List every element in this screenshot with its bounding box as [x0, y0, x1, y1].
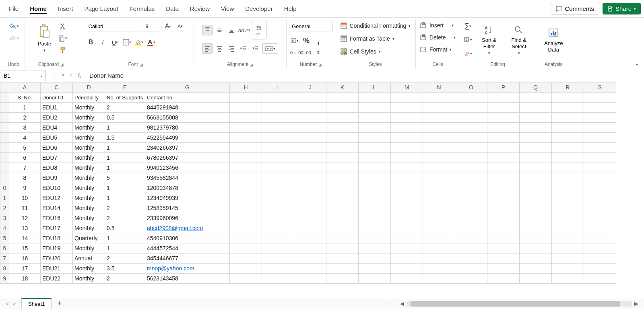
row-header[interactable]: 2 — [0, 203, 9, 213]
cell[interactable]: EDU19 — [41, 243, 73, 253]
cell[interactable]: 12 — [9, 213, 41, 223]
cell[interactable] — [520, 274, 552, 284]
cell[interactable] — [294, 264, 326, 274]
cell[interactable]: 2 — [105, 203, 145, 213]
column-header[interactable]: H — [230, 82, 262, 93]
cell[interactable]: Monthly — [73, 193, 105, 203]
cell[interactable] — [423, 153, 455, 163]
cell[interactable] — [230, 233, 262, 243]
undo-button[interactable]: ▾ — [8, 21, 19, 31]
cell[interactable] — [520, 113, 552, 123]
cell[interactable] — [552, 123, 584, 133]
increase-indent-button[interactable] — [250, 43, 261, 54]
cell[interactable]: 2339960096 — [145, 213, 230, 223]
align-middle-button[interactable] — [214, 25, 225, 35]
cell[interactable] — [584, 153, 616, 163]
cell[interactable] — [552, 213, 584, 223]
cell[interactable]: 1234949939 — [145, 193, 230, 203]
cell[interactable] — [326, 264, 359, 274]
cell[interactable] — [584, 193, 616, 203]
row-header[interactable] — [0, 153, 9, 163]
cell[interactable] — [326, 183, 359, 193]
cell[interactable] — [230, 203, 262, 213]
cell[interactable] — [423, 93, 455, 103]
increase-font-button[interactable]: A▴ — [163, 21, 173, 31]
cell[interactable] — [552, 183, 584, 193]
row-header[interactable] — [0, 93, 9, 103]
cell[interactable]: 7 — [9, 163, 41, 173]
cell[interactable] — [262, 163, 294, 173]
cell[interactable]: 0.5 — [105, 113, 145, 123]
cell[interactable] — [359, 213, 391, 223]
insert-cells-button[interactable]: Insert ▾ — [418, 21, 455, 30]
cell[interactable]: Monthly — [73, 153, 105, 163]
cell[interactable]: 3 — [9, 123, 41, 133]
cell[interactable] — [552, 264, 584, 274]
cell[interactable] — [455, 193, 487, 203]
row-header[interactable]: 5 — [0, 233, 9, 243]
cell[interactable] — [262, 203, 294, 213]
cell[interactable] — [487, 123, 520, 133]
cell[interactable] — [487, 274, 520, 284]
paste-button[interactable]: Paste ▾ — [34, 21, 55, 56]
cell[interactable] — [520, 203, 552, 213]
cell[interactable]: 4522554499 — [145, 133, 230, 143]
cell[interactable] — [584, 203, 616, 213]
comma-button[interactable]: , — [313, 35, 324, 46]
cell[interactable] — [230, 143, 262, 153]
cell[interactable] — [326, 123, 359, 133]
cell[interactable] — [230, 123, 262, 133]
format-painter-button[interactable] — [58, 45, 68, 56]
cell[interactable] — [294, 233, 326, 243]
cell[interactable] — [391, 223, 423, 233]
cell[interactable] — [520, 103, 552, 113]
cell[interactable]: 2 — [105, 213, 145, 223]
tab-file[interactable]: File — [3, 1, 24, 16]
tab-formulas[interactable]: Formulas — [124, 1, 161, 16]
cell[interactable] — [359, 163, 391, 173]
cell[interactable] — [520, 223, 552, 233]
tab-home[interactable]: Home — [24, 1, 52, 16]
cell[interactable] — [584, 213, 616, 223]
cell[interactable]: Monthly — [73, 264, 105, 274]
cell[interactable] — [584, 143, 616, 153]
cell[interactable]: 1 — [105, 143, 145, 153]
share-button[interactable]: Share ▾ — [603, 3, 641, 14]
cell[interactable]: 3.5 — [105, 264, 145, 274]
cell[interactable] — [262, 103, 294, 113]
cell[interactable] — [294, 113, 326, 123]
cell[interactable] — [520, 213, 552, 223]
cell[interactable] — [391, 163, 423, 173]
cell[interactable] — [359, 143, 391, 153]
cell[interactable]: Monthly — [73, 243, 105, 253]
number-format-combo[interactable] — [289, 21, 332, 31]
cell[interactable] — [584, 264, 616, 274]
cell[interactable] — [326, 103, 359, 113]
cell[interactable] — [359, 113, 391, 123]
decrease-font-button[interactable]: A▾ — [175, 21, 186, 31]
cell[interactable] — [455, 123, 487, 133]
column-header[interactable]: N — [423, 82, 455, 93]
cell[interactable] — [552, 274, 584, 284]
cell[interactable] — [262, 153, 294, 163]
cell[interactable] — [294, 223, 326, 233]
cell[interactable] — [391, 264, 423, 274]
cell[interactable] — [326, 213, 359, 223]
cell[interactable]: EDU18 — [41, 233, 73, 243]
cell[interactable] — [455, 173, 487, 183]
cell[interactable] — [423, 264, 455, 274]
cell[interactable] — [391, 243, 423, 253]
cell[interactable] — [262, 274, 294, 284]
row-header[interactable] — [0, 163, 9, 173]
cell[interactable] — [359, 243, 391, 253]
cell[interactable] — [584, 223, 616, 233]
cell[interactable] — [455, 143, 487, 153]
cell[interactable] — [391, 143, 423, 153]
cell[interactable] — [359, 223, 391, 233]
cell[interactable]: 1 — [105, 123, 145, 133]
column-header[interactable]: D — [73, 82, 105, 93]
cell[interactable] — [359, 203, 391, 213]
cell[interactable] — [423, 233, 455, 243]
cell[interactable] — [423, 143, 455, 153]
cell[interactable] — [326, 163, 359, 173]
